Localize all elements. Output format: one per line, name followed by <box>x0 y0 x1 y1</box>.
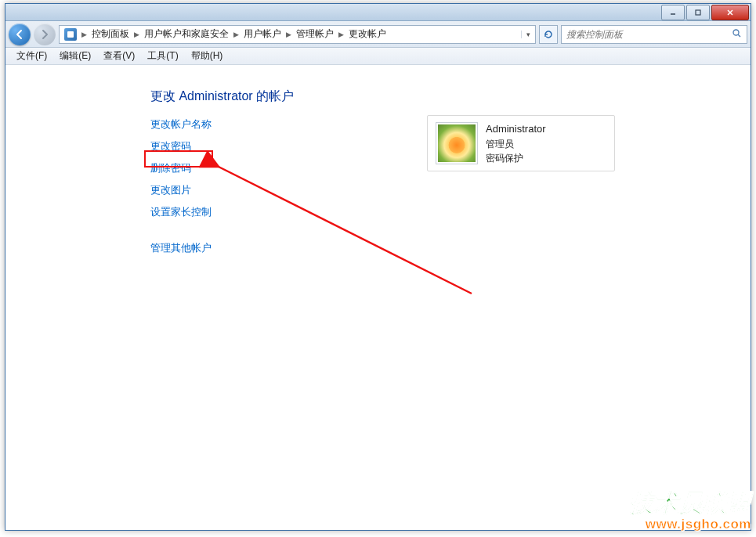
menu-help[interactable]: 帮助(H) <box>185 48 230 64</box>
link-change-picture[interactable]: 更改图片 <box>150 183 719 197</box>
content-area: 更改 Administrator 的帐户 更改帐户名称 更改密码 删除密码 更改… <box>5 65 751 530</box>
flower-icon <box>438 124 476 162</box>
titlebar <box>5 4 751 21</box>
breadcrumb-sep-icon: ▶ <box>338 31 344 38</box>
breadcrumb-sep-icon: ▶ <box>81 31 87 38</box>
link-parental-controls[interactable]: 设置家长控制 <box>150 205 719 219</box>
breadcrumb-item[interactable]: 更改帐户 <box>344 26 391 43</box>
breadcrumb-item[interactable]: 用户帐户和家庭安全 <box>139 26 233 43</box>
search-icon <box>732 28 742 41</box>
svg-rect-1 <box>696 10 700 15</box>
close-button[interactable] <box>711 5 749 20</box>
nav-row: ▶ 控制面板 ▶ 用户帐户和家庭安全 ▶ 用户帐户 ▶ 管理帐户 ▶ 更改帐户 … <box>5 21 751 48</box>
search-input[interactable] <box>566 29 732 40</box>
control-panel-icon <box>64 28 77 41</box>
breadcrumb-sep-icon: ▶ <box>134 31 139 38</box>
maximize-button[interactable] <box>686 5 710 20</box>
menu-bar: 文件(F) 编辑(E) 查看(V) 工具(T) 帮助(H) <box>5 48 751 65</box>
breadcrumb-sep-icon: ▶ <box>233 31 239 38</box>
watermark: 技术员联盟 www.jsgho.com <box>630 488 751 532</box>
avatar <box>436 122 478 164</box>
link-manage-other[interactable]: 管理其他帐户 <box>150 241 719 255</box>
account-card: Administrator 管理员 密码保护 <box>427 115 615 171</box>
address-bar[interactable]: ▶ 控制面板 ▶ 用户帐户和家庭安全 ▶ 用户帐户 ▶ 管理帐户 ▶ 更改帐户 … <box>59 25 536 44</box>
menu-file[interactable]: 文件(F) <box>10 48 53 64</box>
back-button[interactable] <box>9 23 31 45</box>
breadcrumb-sep-icon: ▶ <box>286 31 291 38</box>
breadcrumb-item[interactable]: 管理帐户 <box>291 26 338 43</box>
forward-button[interactable] <box>34 23 56 45</box>
menu-view[interactable]: 查看(V) <box>97 48 141 64</box>
watermark-line2: www.jsgho.com <box>630 517 751 532</box>
account-info: Administrator 管理员 密码保护 <box>486 121 546 165</box>
refresh-button[interactable] <box>539 25 558 44</box>
svg-line-5 <box>738 34 740 37</box>
menu-edit[interactable]: 编辑(E) <box>53 48 97 64</box>
account-pw-status: 密码保护 <box>486 151 546 165</box>
breadcrumb-item[interactable]: 控制面板 <box>87 26 134 43</box>
minimize-button[interactable] <box>661 5 685 20</box>
account-name: Administrator <box>486 121 546 137</box>
page-title: 更改 Administrator 的帐户 <box>150 88 719 105</box>
window: ▶ 控制面板 ▶ 用户帐户和家庭安全 ▶ 用户帐户 ▶ 管理帐户 ▶ 更改帐户 … <box>5 3 751 531</box>
breadcrumb-item[interactable]: 用户帐户 <box>239 26 286 43</box>
account-role: 管理员 <box>486 137 546 151</box>
menu-tools[interactable]: 工具(T) <box>141 48 184 64</box>
search-box[interactable] <box>561 25 747 44</box>
chevron-down-icon: ▾ <box>521 31 535 38</box>
address-dropdown[interactable]: ▾ <box>521 31 535 38</box>
svg-point-4 <box>733 30 739 35</box>
watermark-line1: 技术员联盟 <box>630 488 751 520</box>
